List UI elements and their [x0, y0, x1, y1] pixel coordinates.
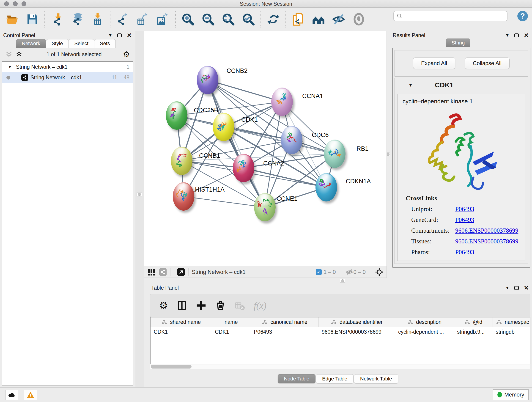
import-network-database-button[interactable] [69, 11, 86, 27]
collapse-all-button[interactable]: Collapse All [465, 57, 510, 69]
network-node-CDKN1A[interactable] [316, 173, 337, 201]
gene-collapse-icon[interactable]: ▼ [408, 83, 413, 88]
help-button[interactable]: ? [517, 10, 528, 22]
zoom-selected-button[interactable] [239, 11, 257, 27]
bottom-splitter-handle[interactable] [340, 279, 345, 283]
crosslink-link[interactable]: 9606.ENSP00000378699 [455, 238, 518, 245]
export-table-button[interactable] [134, 11, 152, 27]
column-header--id[interactable]: @id [454, 317, 493, 327]
column-header-namespac[interactable]: namespac [493, 317, 530, 327]
zoom-fit-button[interactable] [219, 11, 237, 27]
network-canvas[interactable]: CCNB2CCNA1CDC25BCDK1CDC6RB1CCNB1CCNA2CDK… [144, 31, 386, 266]
export-network-button[interactable] [114, 11, 132, 27]
crosslink-link[interactable]: P06493 [455, 206, 474, 213]
table-options-gear-icon[interactable]: ⚙ [159, 300, 168, 311]
tab-style[interactable]: Style [46, 39, 69, 48]
close-panel-icon[interactable]: ✕ [524, 32, 529, 39]
left-splitter[interactable] [135, 31, 144, 387]
network-node-CCNA1[interactable] [271, 88, 293, 116]
show-columns-icon[interactable] [177, 300, 187, 311]
network-edge[interactable] [184, 196, 265, 207]
scrollbar-thumb[interactable] [151, 365, 191, 369]
tab-node-table[interactable]: Node Table [278, 374, 316, 383]
float-panel-icon[interactable] [514, 33, 519, 37]
export-image-button[interactable] [154, 11, 172, 27]
table-cell[interactable]: stringdb:9... [454, 327, 493, 337]
panel-menu-icon[interactable]: ▼ [505, 33, 509, 38]
zoom-in-button[interactable] [179, 11, 197, 27]
network-edge[interactable] [208, 80, 282, 102]
collapse-all-icon[interactable] [5, 51, 13, 58]
save-session-button[interactable] [23, 11, 41, 27]
tab-string[interactable]: String [446, 38, 470, 47]
table-cell[interactable]: stringdb [493, 327, 530, 337]
tab-edge-table[interactable]: Edge Table [316, 374, 354, 383]
table-horizontal-scrollbar[interactable] [150, 364, 530, 369]
show-all-button[interactable] [350, 11, 368, 27]
cloud-status-button[interactable] [5, 390, 18, 400]
network-view-mode-icon[interactable] [159, 268, 167, 276]
network-collection-row[interactable]: ▼ String Network – cdk1 1 [2, 62, 133, 72]
copy-style-button[interactable] [289, 11, 307, 27]
memory-button[interactable]: Memory [493, 389, 529, 400]
birds-eye-view-icon[interactable] [375, 268, 383, 276]
zoom-out-button[interactable] [199, 11, 217, 27]
panel-menu-icon[interactable]: ▼ [505, 286, 509, 290]
column-header-database-identifier[interactable]: database identifier [318, 317, 395, 327]
detach-view-icon[interactable] [177, 268, 185, 276]
grid-view-icon[interactable] [147, 268, 156, 276]
left-splitter-handle[interactable] [137, 192, 142, 196]
table-cell[interactable]: CDK1 [151, 327, 212, 337]
expand-all-button[interactable]: Expand All [413, 57, 455, 69]
panel-menu-icon[interactable]: ▼ [108, 33, 112, 38]
delete-column-icon[interactable] [215, 300, 226, 311]
open-session-button[interactable] [3, 11, 21, 27]
collection-expand-icon[interactable]: ▼ [8, 65, 12, 70]
network-node-CCNB2[interactable] [197, 66, 218, 94]
close-panel-icon[interactable]: ✕ [524, 284, 529, 292]
right-splitter[interactable] [387, 31, 389, 278]
gene-section-header[interactable]: ▼ CDK1 [395, 78, 528, 92]
bottom-splitter[interactable] [144, 278, 532, 283]
results-scroll-area[interactable]: ▼ CDK1 cyclin–dependent kinase 1 [394, 78, 528, 264]
network-node-CDK1[interactable] [213, 113, 234, 141]
first-neighbors-button[interactable] [310, 11, 327, 27]
network-node-CCNB1[interactable] [171, 147, 192, 175]
tab-sets[interactable]: Sets [94, 39, 116, 48]
network-node-CCNE1[interactable] [254, 193, 276, 221]
network-node-CDC6[interactable] [281, 126, 302, 154]
close-panel-icon[interactable]: ✕ [127, 32, 132, 39]
table-cell[interactable]: 9606.ENSP00000378699 [318, 327, 395, 337]
expand-all-icon[interactable] [15, 51, 23, 58]
column-header-shared-name[interactable]: shared name [151, 317, 212, 327]
network-node-CDC25B[interactable] [166, 101, 187, 130]
float-panel-icon[interactable] [514, 286, 519, 290]
table-cell[interactable]: CDK1 [212, 327, 251, 337]
tab-select[interactable]: Select [69, 39, 94, 48]
column-header-description[interactable]: description [395, 317, 454, 327]
network-node-CCNA2[interactable] [233, 154, 254, 182]
network-node-RB1[interactable] [324, 140, 346, 168]
table-row[interactable]: CDK1CDK1P064939606.ENSP00000378699cyclin… [151, 327, 530, 337]
import-network-file-button[interactable] [48, 11, 66, 27]
network-node-HIST1H1A[interactable] [173, 182, 194, 211]
network-row[interactable]: String Network – cdk1 11 48 [2, 72, 133, 83]
crosslink-link[interactable]: 9606.ENSP00000378699 [455, 227, 518, 234]
add-column-icon[interactable] [196, 300, 206, 311]
table-cell[interactable]: P06493 [251, 327, 318, 337]
column-header-name[interactable]: name [212, 317, 251, 327]
crosslink-link[interactable]: P06493 [455, 216, 474, 223]
warnings-button[interactable] [24, 390, 37, 400]
search-input[interactable] [404, 13, 504, 19]
network-options-gear-icon[interactable]: ⚙ [123, 51, 130, 58]
float-panel-icon[interactable] [117, 33, 122, 37]
apply-layout-button[interactable] [264, 11, 282, 27]
hide-selected-button[interactable] [330, 11, 348, 27]
tab-network-table[interactable]: Network Table [354, 374, 398, 383]
table-cell[interactable]: cyclin-dependent ... [395, 327, 454, 337]
crosslink-link[interactable]: P06493 [455, 249, 474, 256]
selected-count-checkbox[interactable]: ✓ [316, 269, 322, 275]
import-table-file-button[interactable] [89, 11, 107, 27]
tab-network[interactable]: Network [16, 39, 46, 48]
column-header-canonical-name[interactable]: canonical name [251, 317, 318, 327]
